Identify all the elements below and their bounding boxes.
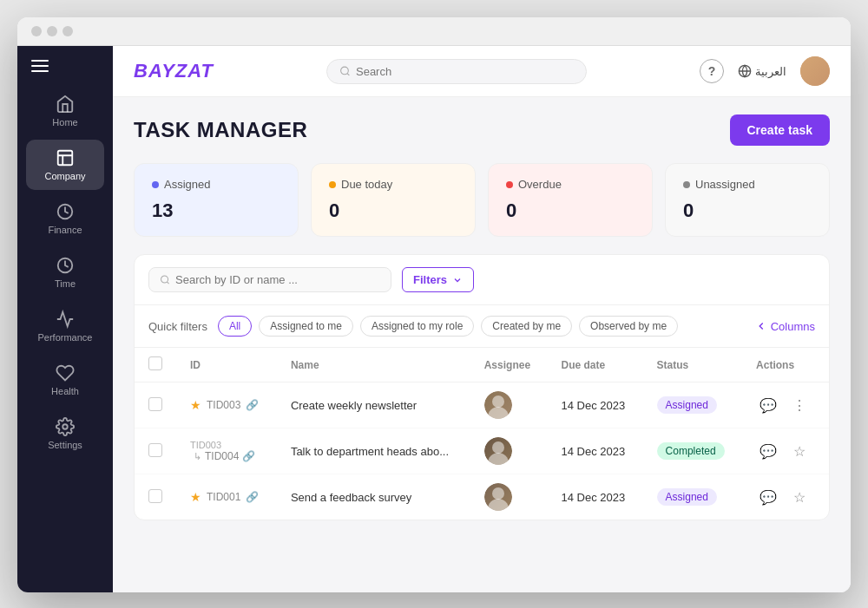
hamburger-button[interactable] bbox=[17, 60, 113, 72]
select-all-checkbox[interactable] bbox=[148, 356, 162, 370]
row-1-more-icon[interactable]: ⋮ bbox=[787, 393, 812, 417]
globe-icon bbox=[738, 64, 752, 78]
sidebar-item-performance[interactable]: Performance bbox=[26, 301, 104, 351]
stat-label-due-today: Due today bbox=[341, 178, 392, 191]
row-1-link-icon[interactable]: 🔗 bbox=[246, 399, 259, 411]
app-container: Home Company Finance bbox=[17, 46, 851, 592]
browser-dot-green bbox=[62, 26, 73, 36]
row-2-avatar bbox=[484, 437, 512, 465]
stat-card-header-assigned: Assigned bbox=[152, 178, 280, 191]
stat-card-unassigned: Unassigned 0 bbox=[665, 163, 830, 237]
search-input[interactable] bbox=[356, 65, 574, 78]
row-2-id-wrapper: TID003 ↳ TID004 🔗 bbox=[190, 440, 263, 462]
sidebar-item-settings[interactable]: Settings bbox=[26, 409, 104, 459]
stat-card-header-overdue: Overdue bbox=[506, 178, 635, 191]
hamburger-icon bbox=[31, 60, 49, 72]
row-2-assignee bbox=[470, 428, 548, 474]
columns-button[interactable]: Columns bbox=[755, 320, 815, 333]
browser-dot-yellow bbox=[47, 26, 57, 36]
quick-filters: Quick filters All Assigned to me Assigne… bbox=[135, 305, 829, 348]
row-2-status-badge: Completed bbox=[657, 442, 725, 460]
row-1-avatar-img bbox=[484, 391, 512, 419]
stat-label-unassigned: Unassigned bbox=[695, 178, 755, 191]
row-2-actions: 💬 ☆ bbox=[742, 428, 829, 474]
row-checkbox-2 bbox=[135, 428, 176, 474]
row-2-id-cell: TID003 ↳ TID004 🔗 bbox=[176, 428, 277, 474]
create-task-button[interactable]: Create task bbox=[730, 114, 831, 146]
stat-label-assigned: Assigned bbox=[164, 178, 210, 191]
row-2-name: Talk to department heads abo... bbox=[277, 428, 470, 474]
language-button[interactable]: العربية bbox=[738, 64, 786, 78]
row-2-due-date: 14 Dec 2023 bbox=[548, 428, 643, 474]
sidebar-item-time[interactable]: Time bbox=[26, 247, 104, 297]
filter-chip-observed-by-me[interactable]: Observed by me bbox=[579, 316, 678, 337]
row-3-status: Assigned bbox=[643, 474, 743, 520]
th-name: Name bbox=[277, 348, 470, 382]
language-label: العربية bbox=[755, 65, 786, 78]
row-3-star-icon[interactable]: ★ bbox=[190, 490, 201, 504]
row-3-id-wrapper: ★ TID001 🔗 bbox=[190, 490, 263, 504]
stat-value-assigned: 13 bbox=[152, 199, 280, 222]
stat-dot-overdue bbox=[506, 181, 513, 188]
row-3-id-cell: ★ TID001 🔗 bbox=[176, 474, 277, 520]
row-3-due-date: 14 Dec 2023 bbox=[548, 474, 643, 520]
filter-chip-created-by-me[interactable]: Created by me bbox=[481, 316, 572, 337]
sidebar-item-label-company: Company bbox=[44, 171, 85, 181]
th-due-date: Due date bbox=[548, 348, 643, 382]
row-2-parent-id: TID003 bbox=[190, 440, 263, 450]
top-header: BAYZAT ? bbox=[113, 46, 851, 97]
row-3-star-action-icon[interactable]: ☆ bbox=[787, 485, 812, 509]
filter-chip-assigned-to-me[interactable]: Assigned to me bbox=[259, 316, 353, 337]
filters-button[interactable]: Filters bbox=[402, 267, 474, 292]
columns-label: Columns bbox=[771, 320, 815, 333]
row-3-checkbox[interactable] bbox=[148, 489, 162, 503]
svg-point-3 bbox=[62, 424, 68, 429]
task-section: Filters Quick filters All Assigned to me… bbox=[134, 254, 830, 520]
search-box[interactable] bbox=[326, 59, 587, 84]
table-row: ★ TID003 🔗 Create weekly newsletter bbox=[135, 382, 829, 428]
table-body: ★ TID003 🔗 Create weekly newsletter bbox=[135, 382, 829, 520]
row-1-checkbox[interactable] bbox=[148, 397, 162, 411]
filter-chip-assigned-to-my-role[interactable]: Assigned to my role bbox=[360, 316, 474, 337]
row-1-id-wrapper: ★ TID003 🔗 bbox=[190, 398, 263, 412]
sidebar-item-company[interactable]: Company bbox=[26, 140, 104, 190]
sidebar-item-finance[interactable]: Finance bbox=[26, 193, 104, 244]
row-1-status-badge: Assigned bbox=[657, 396, 717, 414]
svg-point-6 bbox=[161, 276, 168, 283]
sidebar-item-label-time: Time bbox=[55, 278, 76, 289]
finance-icon bbox=[56, 202, 75, 221]
page-header: TASK MANAGER Create task bbox=[134, 114, 830, 146]
row-1-comment-icon[interactable]: 💬 bbox=[756, 393, 780, 417]
task-search-filter[interactable] bbox=[148, 267, 391, 292]
quick-filters-label: Quick filters bbox=[148, 320, 207, 333]
company-icon bbox=[56, 148, 75, 167]
header-search-area bbox=[326, 59, 587, 84]
row-2-star-action-icon[interactable]: ☆ bbox=[787, 439, 812, 463]
th-assignee: Assignee bbox=[470, 348, 548, 382]
row-3-actions: 💬 ☆ bbox=[742, 474, 829, 520]
performance-icon bbox=[56, 310, 75, 329]
row-2-checkbox[interactable] bbox=[148, 443, 162, 457]
avatar-image bbox=[800, 56, 830, 86]
row-2-subtask-row: ↳ TID004 🔗 bbox=[190, 450, 263, 462]
stats-grid: Assigned 13 Due today 0 bbox=[134, 163, 830, 237]
row-1-due-date: 14 Dec 2023 bbox=[548, 382, 643, 428]
row-2-status: Completed bbox=[643, 428, 743, 474]
th-status: Status bbox=[643, 348, 743, 382]
task-search-input[interactable] bbox=[175, 273, 380, 286]
row-3-comment-icon[interactable]: 💬 bbox=[756, 485, 780, 509]
row-checkbox-1 bbox=[135, 382, 176, 428]
help-button[interactable]: ? bbox=[700, 59, 724, 83]
sidebar-item-health[interactable]: Health bbox=[26, 355, 104, 405]
task-toolbar: Filters bbox=[135, 255, 829, 305]
stat-card-overdue: Overdue 0 bbox=[488, 163, 653, 237]
stat-card-header-unassigned: Unassigned bbox=[683, 178, 812, 191]
row-1-star-icon[interactable]: ★ bbox=[190, 398, 201, 412]
row-2-comment-icon[interactable]: 💬 bbox=[756, 439, 780, 463]
user-avatar[interactable] bbox=[800, 56, 830, 86]
task-table: ID Name Assignee Due date Status Actions bbox=[135, 348, 829, 520]
sidebar-item-home[interactable]: Home bbox=[26, 86, 104, 136]
row-2-link-icon[interactable]: 🔗 bbox=[242, 450, 255, 462]
row-3-link-icon[interactable]: 🔗 bbox=[246, 491, 259, 503]
filter-chip-all[interactable]: All bbox=[218, 316, 252, 337]
